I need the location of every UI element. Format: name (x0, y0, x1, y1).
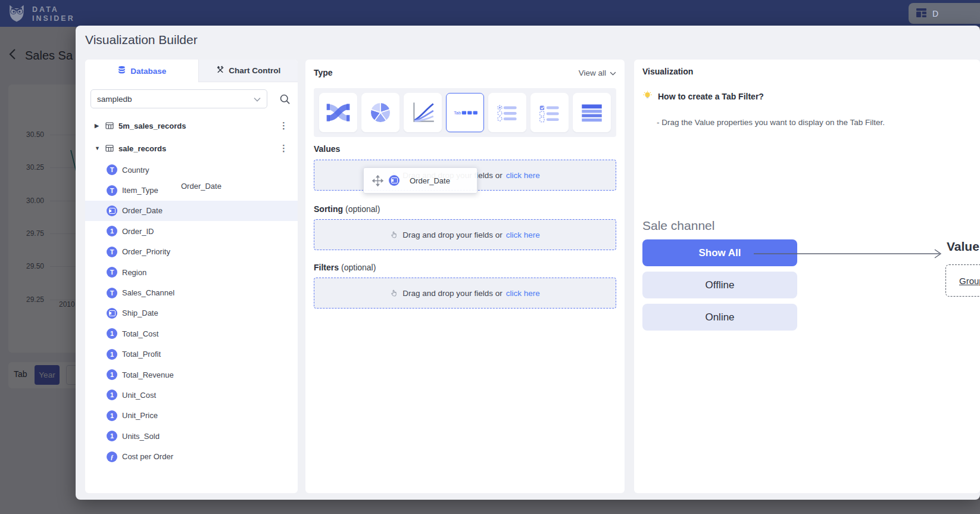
visualization-label: Visualization (642, 67, 693, 76)
app-logo[interactable]: DATA INSIDER (6, 2, 75, 26)
field-row-unit_cost[interactable]: 1Unit_Cost (85, 385, 298, 405)
tab-database-label: Database (130, 67, 166, 76)
field-row-order_id[interactable]: 1Order_ID (85, 221, 298, 241)
tab-database[interactable]: Database (85, 60, 198, 82)
field-name: Order_Date (122, 206, 163, 215)
field-row-total_profit[interactable]: 1Total_Profit (85, 344, 298, 365)
number-field-icon: 1 (107, 369, 117, 380)
dropzone-click-here-link[interactable]: click here (506, 289, 540, 298)
table-row-5m_sales_records[interactable]: ▶5m_sales_records⋮ (85, 114, 298, 137)
field-row-unit_price[interactable]: 1Unit_Price (85, 406, 298, 426)
tab-chart-control[interactable]: Chart Control (198, 60, 298, 82)
dropzone-click-here-link[interactable]: click here (506, 230, 540, 239)
field-name: Order_ID (122, 227, 154, 236)
field-name: Unit_Price (122, 411, 158, 420)
caret-right-icon[interactable]: ▶ (95, 123, 105, 129)
field-row-total_revenue[interactable]: 1Total_Revenue (85, 365, 298, 385)
text-field-icon: T (107, 267, 117, 278)
checkbox-filter-icon (536, 99, 563, 126)
number-field-icon: 1 (107, 226, 117, 236)
view-all-label: View all (579, 68, 606, 77)
section-label-values: Values (314, 144, 340, 154)
tab-option-online[interactable]: Online (642, 304, 797, 331)
dropzone-text: Drag and drop your fields or (402, 289, 502, 298)
field-name: Region (122, 268, 146, 277)
optional-suffix: (optional) (345, 204, 380, 214)
type-section-label: Type (314, 68, 333, 77)
caret-down-icon[interactable]: ▼ (95, 145, 105, 151)
move-cursor-icon (372, 175, 383, 186)
field-name: Total_Revenue (122, 370, 174, 379)
field-row-total_cost[interactable]: 1Total_Cost (85, 323, 298, 344)
drag-hand-icon (390, 289, 399, 298)
preview-panel: Visualization How to create a Tab Filter… (634, 60, 980, 493)
lightbulb-icon (642, 91, 653, 102)
field-row-country[interactable]: TCountry (85, 160, 298, 180)
table-name: 5m_sales_records (118, 122, 278, 130)
visualization-builder-modal: Visualization Builder Database Chart Con… (76, 26, 980, 500)
field-name: Order_Priority (122, 247, 170, 256)
schema-tree: ▶5m_sales_records⋮▼sale_records⋮TCountry… (85, 114, 298, 467)
function-field-icon: ƒ (107, 451, 117, 462)
field-row-ship_date[interactable]: Ship_Date (85, 303, 298, 323)
svg-text:Tab: Tab (454, 110, 461, 116)
drag-source-label: Order_Date (181, 182, 221, 191)
kebab-menu-icon[interactable]: ⋮ (278, 143, 289, 154)
radio-filter-icon (494, 99, 521, 126)
field-row-order_date[interactable]: Order_Date (85, 201, 298, 221)
dashboard-grid-icon (916, 7, 927, 20)
field-name: Total_Cost (122, 329, 158, 338)
field-name: Ship_Date (122, 309, 158, 317)
annotation-value-label: Value (947, 239, 979, 254)
annotation-group-link[interactable]: Group (959, 276, 980, 286)
search-icon[interactable] (279, 94, 291, 107)
database-select[interactable]: sampledb (90, 89, 267, 108)
field-name: Total_Profit (122, 350, 161, 359)
tip-title: How to create a Tab Filter? (658, 92, 764, 101)
table-row-sale_records[interactable]: ▼sale_records⋮ (85, 137, 298, 160)
table-icon (105, 144, 114, 152)
data-table-icon (578, 99, 606, 126)
field-row-sales_channel[interactable]: TSales_Channel (85, 282, 298, 303)
tab-option-offline[interactable]: Offline (642, 272, 797, 298)
drag-ghost-chip[interactable]: Order_Date (363, 167, 477, 194)
field-row-region[interactable]: TRegion (85, 262, 298, 282)
annotation-arrow (750, 247, 950, 261)
date-field-icon (107, 308, 117, 319)
field-row-units_sold[interactable]: 1Units_Sold (85, 426, 298, 446)
chart-type-radio-filter[interactable] (488, 93, 526, 132)
database-icon (117, 66, 126, 76)
tab-filter-icon: Tab (451, 99, 479, 126)
annotation-group-box: Group (945, 264, 980, 297)
chart-type-tab-filter[interactable]: Tab (446, 93, 484, 132)
chevron-down-icon (254, 95, 261, 104)
chart-type-strip: Tab (314, 88, 616, 137)
chart-type-line-chart[interactable] (404, 93, 442, 132)
tools-icon (216, 66, 224, 76)
chart-type-sankey-chart[interactable] (319, 93, 357, 132)
number-field-icon: 1 (107, 390, 117, 400)
field-name: Item_Type (122, 186, 158, 195)
field-row-cost-per-order[interactable]: ƒCost per Order (85, 446, 298, 466)
text-field-icon: T (107, 288, 117, 298)
kebab-menu-icon[interactable]: ⋮ (278, 120, 289, 131)
chart-type-data-table[interactable] (573, 93, 611, 132)
builder-panel: Type View all Tab ValuesDrag and drop yo… (305, 60, 625, 493)
dropzone-filters[interactable]: Drag and drop your fields orclick here (314, 278, 616, 309)
number-field-icon: 1 (107, 328, 117, 339)
dropzone-text: Drag and drop your fields or (402, 230, 502, 239)
dropzone-click-here-link[interactable]: click here (506, 171, 540, 180)
field-name: Sales_Channel (122, 288, 174, 297)
field-row-order_priority[interactable]: TOrder_Priority (85, 242, 298, 262)
dashboard-button[interactable]: D (909, 3, 980, 24)
optional-suffix: (optional) (341, 263, 376, 272)
dropzone-values[interactable]: Drag and drop your fields orclick hereOr… (314, 160, 616, 191)
pie-chart-icon (367, 99, 394, 126)
database-search-row: sampledb (85, 89, 298, 108)
section-label-filters: Filters(optional) (314, 263, 376, 272)
view-all-link[interactable]: View all (579, 68, 616, 77)
dropzone-sorting[interactable]: Drag and drop your fields orclick here (314, 219, 616, 250)
brand-text: DATA INSIDER (32, 5, 75, 23)
chart-type-pie-chart[interactable] (361, 93, 400, 132)
chart-type-checkbox-filter[interactable] (530, 93, 569, 132)
